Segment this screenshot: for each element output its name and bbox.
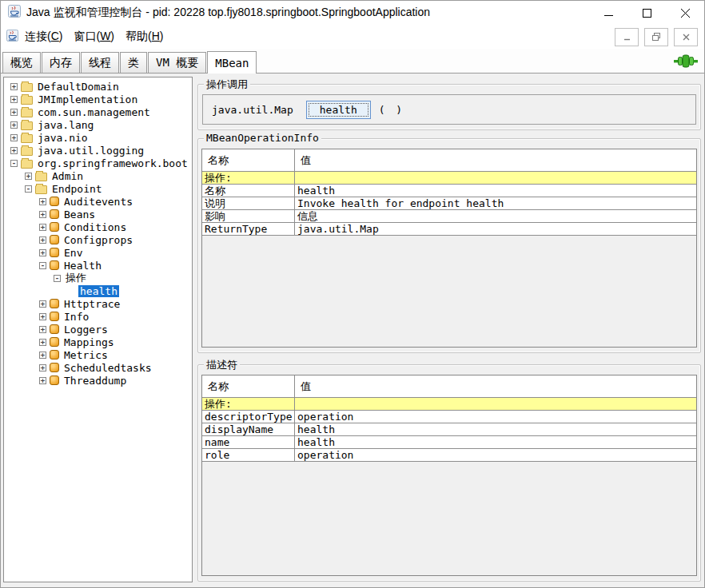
tree-item[interactable]: JMImplementation (4, 93, 192, 105)
row-value-cell: operation (295, 411, 696, 423)
tree-toggle-icon[interactable] (39, 262, 46, 269)
tree-toggle-icon[interactable] (10, 160, 18, 167)
tree-item[interactable]: Auditevents (4, 195, 192, 208)
tab[interactable]: VM 概要 (148, 52, 206, 73)
tree-node-icon (50, 312, 59, 321)
tree-item[interactable]: java.lang (4, 118, 192, 131)
table-row[interactable]: 说明 Invoke health for endpoint health (202, 197, 696, 210)
tree-item[interactable]: health (4, 284, 192, 297)
tree-item[interactable]: Endpoint (4, 182, 192, 195)
row-name-cell: name (202, 436, 295, 448)
tabbar: 概览 内存 线程 类 VM 概要 MBean (1, 49, 704, 74)
tree-item[interactable]: Configprops (4, 233, 192, 246)
tree-toggle-icon[interactable] (39, 198, 46, 205)
operation-invoke-group: 操作调用 java.util.Map health ( ) (197, 84, 701, 130)
menu-item[interactable]: 窗口(W) (69, 27, 119, 46)
mbean-tab-content: DefaultDomain JMImplementation com.sun.m… (1, 74, 704, 587)
tree-toggle-icon[interactable] (39, 377, 46, 384)
table-row[interactable]: 操作: (202, 172, 696, 185)
tree-toggle-icon[interactable] (39, 364, 46, 371)
inner-window-controls (609, 28, 704, 46)
tree-item[interactable]: Httptrace (4, 297, 192, 310)
close-button[interactable] (666, 1, 704, 25)
health-operation-button[interactable]: health (306, 101, 371, 119)
tree-item[interactable]: Scheduledtasks (4, 361, 192, 374)
tree-toggle-icon[interactable] (10, 83, 18, 90)
tab[interactable]: 概览 (2, 52, 41, 73)
tree-toggle-icon[interactable] (10, 96, 18, 103)
table-row[interactable]: role operation (202, 449, 696, 462)
menu-item[interactable]: 帮助(H) (121, 27, 168, 46)
table-row[interactable]: ReturnType java.util.Map (202, 223, 696, 236)
tree-item[interactable]: Metrics (4, 348, 192, 361)
tree-toggle-icon[interactable] (39, 224, 46, 231)
tree-toggle-icon[interactable] (39, 313, 46, 320)
tree-toggle-icon[interactable] (10, 121, 18, 129)
tree-node-label: com.sun.management (36, 106, 152, 118)
tree-item[interactable]: 操作 (4, 272, 192, 284)
tree-item[interactable]: java.nio (4, 131, 192, 144)
tree-toggle-icon[interactable] (54, 275, 61, 282)
menu-item[interactable]: 连接(C) (20, 27, 67, 46)
menubar: 连接(C) 窗口(W) 帮助(H) (1, 25, 704, 49)
tree-toggle-icon[interactable] (25, 173, 32, 180)
table-header: 名称 值 (202, 375, 696, 398)
column-header-name[interactable]: 名称 (202, 375, 295, 397)
tree-item[interactable]: Loggers (4, 323, 192, 336)
tree-toggle-icon[interactable] (10, 134, 18, 141)
tree-item[interactable]: java.util.logging (4, 144, 192, 157)
tree-toggle-icon[interactable] (39, 352, 46, 359)
tab[interactable]: 类 (120, 52, 147, 73)
tab[interactable]: 内存 (42, 52, 80, 73)
tree-toggle-icon[interactable] (39, 300, 46, 308)
tab[interactable]: MBean (207, 51, 257, 74)
column-header-name[interactable]: 名称 (202, 149, 295, 171)
tree-node-label: JMImplementation (36, 93, 139, 105)
inner-minimize-button[interactable] (615, 28, 639, 46)
operation-invoke-title: 操作调用 (204, 77, 250, 92)
tree-item[interactable]: Info (4, 310, 192, 323)
tree-node-icon (50, 248, 59, 257)
inner-restore-button[interactable] (644, 28, 668, 46)
inner-close-button[interactable] (674, 28, 698, 46)
operation-args: ( ) (379, 104, 404, 116)
tree-node-label: Httptrace (62, 298, 121, 310)
tree-toggle-icon[interactable] (39, 211, 46, 218)
table-row[interactable]: displayName health (202, 423, 696, 436)
tree-item[interactable]: DefaultDomain (4, 80, 192, 93)
tree-toggle-icon[interactable] (39, 249, 46, 256)
table-row[interactable]: descriptorType operation (202, 411, 696, 423)
tree-node-label: 操作 (64, 271, 88, 285)
tree-toggle-icon[interactable] (39, 236, 46, 244)
tree-node-icon (21, 147, 33, 156)
tree-item[interactable]: org.springframework.boot (4, 157, 192, 169)
tree-item[interactable]: Threaddump (4, 374, 192, 387)
tree-toggle-icon[interactable] (39, 326, 46, 333)
tree-node-icon (50, 299, 59, 308)
tab[interactable]: 线程 (81, 52, 119, 73)
tree-toggle-icon[interactable] (10, 109, 18, 116)
column-header-value[interactable]: 值 (295, 149, 696, 171)
maximize-button[interactable] (627, 1, 666, 25)
tree-item[interactable]: Env (4, 246, 192, 259)
tree-item[interactable]: Health (4, 259, 192, 272)
column-header-value[interactable]: 值 (295, 375, 696, 397)
tree-item[interactable]: com.sun.management (4, 105, 192, 118)
table-row[interactable]: 名称 health (202, 185, 696, 197)
tree-toggle-icon[interactable] (39, 339, 46, 346)
tree-item[interactable]: Mappings (4, 336, 192, 348)
minimize-button[interactable] (589, 1, 627, 25)
tree-node-icon (21, 160, 33, 169)
tree-toggle-icon[interactable] (10, 147, 18, 154)
table-row[interactable]: 影响 信息 (202, 210, 696, 223)
tree-item[interactable]: Beans (4, 208, 192, 220)
tree-node-label: DefaultDomain (36, 81, 121, 93)
tree-toggle-icon[interactable] (25, 185, 32, 193)
tree-node-icon (21, 121, 33, 130)
tree-item[interactable]: Admin (4, 169, 192, 182)
tree-item[interactable]: Conditions (4, 220, 192, 233)
tree-node-icon (50, 260, 59, 270)
table-row[interactable]: 操作: (202, 398, 696, 411)
table-row[interactable]: name health (202, 436, 696, 449)
tabs: 概览 内存 线程 类 VM 概要 MBean (2, 51, 257, 73)
